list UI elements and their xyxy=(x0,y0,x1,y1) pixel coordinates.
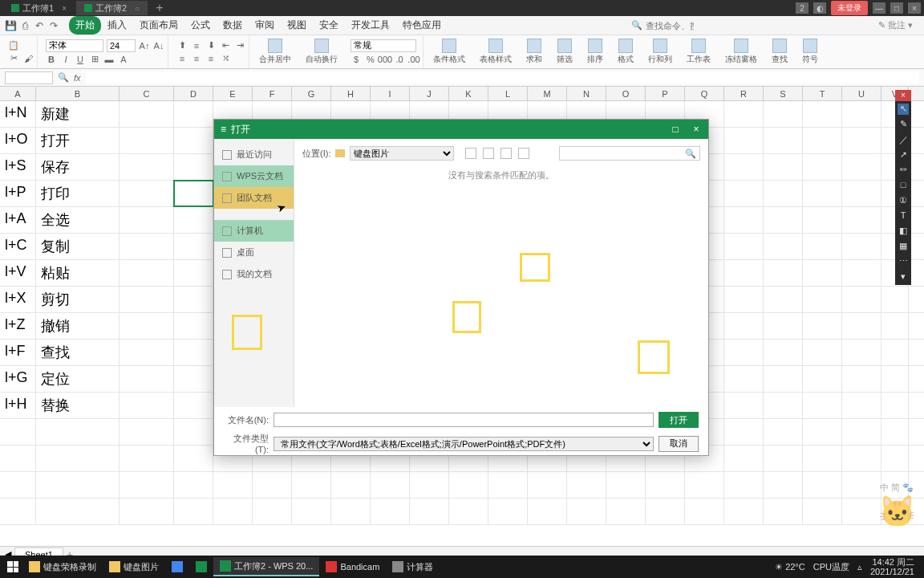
text-tool[interactable]: T xyxy=(898,210,909,222)
cell[interactable] xyxy=(0,419,36,445)
align-mid[interactable]: ≡ xyxy=(191,40,202,51)
taskbar-item[interactable]: 工作簿2 - WPS 20... xyxy=(213,557,319,576)
notify-icon[interactable]: 2 xyxy=(796,2,808,14)
cell[interactable]: 粘贴 xyxy=(36,260,120,286)
cell[interactable] xyxy=(881,366,909,392)
cell[interactable] xyxy=(842,181,881,206)
cell[interactable] xyxy=(120,472,174,498)
cell[interactable] xyxy=(764,446,803,471)
indent-inc[interactable]: ⇥ xyxy=(234,40,245,51)
cell[interactable] xyxy=(764,234,803,259)
copy-format-icon[interactable]: ✂ xyxy=(8,53,19,64)
cell[interactable] xyxy=(764,499,803,524)
cell[interactable] xyxy=(764,340,803,365)
cancel-button[interactable]: 取消 xyxy=(659,436,699,452)
cell[interactable] xyxy=(803,472,842,498)
font-dec-icon[interactable]: A↓ xyxy=(153,40,164,51)
wrap-button[interactable]: 自动换行 xyxy=(301,37,342,67)
cell[interactable] xyxy=(120,207,174,233)
location-select[interactable]: 键盘图片 xyxy=(350,146,454,161)
undo-icon[interactable]: ↶ xyxy=(34,20,45,31)
cell[interactable] xyxy=(606,499,646,524)
cell[interactable] xyxy=(764,313,803,339)
align-right[interactable]: ≡ xyxy=(205,53,217,64)
cell[interactable]: 查找 xyxy=(36,340,120,365)
cell[interactable] xyxy=(174,472,213,498)
taskbar-item[interactable] xyxy=(165,557,189,576)
cell[interactable]: l+V xyxy=(0,260,36,286)
cell[interactable] xyxy=(685,499,724,524)
cell[interactable] xyxy=(410,499,449,524)
sidebar-item[interactable]: 计算机 xyxy=(214,220,294,242)
cell[interactable] xyxy=(764,101,803,127)
col-header[interactable]: O xyxy=(606,87,646,100)
cell[interactable] xyxy=(685,472,724,498)
col-header[interactable]: B xyxy=(36,87,120,100)
cell[interactable] xyxy=(881,340,909,365)
taskbar-item[interactable]: 键盘图片 xyxy=(103,557,165,576)
pointer-tool[interactable]: ↖ xyxy=(898,104,909,115)
cell[interactable] xyxy=(764,366,803,392)
filetype-select[interactable]: 常用文件(文字/Word格式;表格/Excel格式;演示/PowerPoint格… xyxy=(274,437,654,451)
line-tool[interactable]: ／ xyxy=(898,134,909,145)
cell[interactable] xyxy=(764,154,803,180)
cell[interactable] xyxy=(449,472,488,498)
cell[interactable] xyxy=(120,366,174,392)
back-icon[interactable] xyxy=(465,148,476,159)
filename-input[interactable] xyxy=(274,413,654,427)
cell[interactable] xyxy=(803,340,842,365)
cell[interactable] xyxy=(803,101,842,127)
cell[interactable] xyxy=(803,181,842,206)
cell[interactable] xyxy=(371,499,410,524)
sidebar-item[interactable]: 桌面 xyxy=(214,242,294,263)
cell[interactable] xyxy=(803,393,842,418)
more-tool[interactable]: ⋯ xyxy=(898,256,909,267)
cell[interactable] xyxy=(174,101,213,127)
number-tool[interactable]: ① xyxy=(898,195,909,206)
underline-button[interactable]: U xyxy=(75,54,86,65)
cell[interactable] xyxy=(724,313,764,339)
sidebar-item[interactable]: WPS云文档 xyxy=(214,165,294,187)
clock[interactable]: 14:42 周二 2021/12/21 xyxy=(870,557,914,576)
sum-button[interactable]: 求和 xyxy=(521,37,547,67)
format-button[interactable]: 格式 xyxy=(613,37,638,67)
orientation[interactable]: ⤭ xyxy=(220,53,231,64)
new-tab-button[interactable]: + xyxy=(156,1,163,15)
align-top[interactable]: ⬆ xyxy=(176,40,188,51)
rowcol-button[interactable]: 行和列 xyxy=(643,37,677,67)
cell[interactable] xyxy=(0,472,36,498)
menu-审阅[interactable]: 审阅 xyxy=(249,16,281,35)
cell[interactable] xyxy=(488,499,528,524)
col-header[interactable]: Q xyxy=(685,87,724,100)
dialog-close-icon[interactable]: × xyxy=(691,124,702,135)
window-min-icon[interactable]: — xyxy=(873,2,886,14)
view-icon[interactable] xyxy=(518,148,529,159)
cell[interactable] xyxy=(0,446,36,471)
cell[interactable]: 定位 xyxy=(36,366,120,392)
cell[interactable] xyxy=(803,154,842,180)
freeze-button[interactable]: 冻结窗格 xyxy=(720,37,762,67)
cell[interactable] xyxy=(764,472,803,498)
fx-icon[interactable]: 🔍 xyxy=(58,72,69,83)
cell[interactable]: 剪切 xyxy=(36,287,120,312)
cell[interactable] xyxy=(36,472,120,498)
cell[interactable] xyxy=(724,234,764,259)
login-button[interactable]: 未登录 xyxy=(831,1,868,15)
start-button[interactable] xyxy=(3,559,22,575)
cell[interactable] xyxy=(724,101,764,127)
cell[interactable]: 全选 xyxy=(36,207,120,233)
col-header[interactable]: K xyxy=(449,87,488,100)
size-select[interactable] xyxy=(107,39,136,52)
menu-开始[interactable]: 开始 xyxy=(69,16,101,35)
cell[interactable] xyxy=(803,128,842,153)
cell[interactable] xyxy=(120,101,174,127)
cell[interactable] xyxy=(120,419,174,445)
open-button[interactable]: 打开 xyxy=(659,412,699,428)
cell[interactable]: 新建 xyxy=(36,101,120,127)
newfolder-icon[interactable] xyxy=(500,148,512,159)
italic-button[interactable]: I xyxy=(60,54,71,65)
cell[interactable]: 撤销 xyxy=(36,313,120,339)
cell[interactable] xyxy=(842,393,881,418)
marker-tool[interactable]: ✏ xyxy=(898,165,909,176)
cell[interactable] xyxy=(724,181,764,206)
